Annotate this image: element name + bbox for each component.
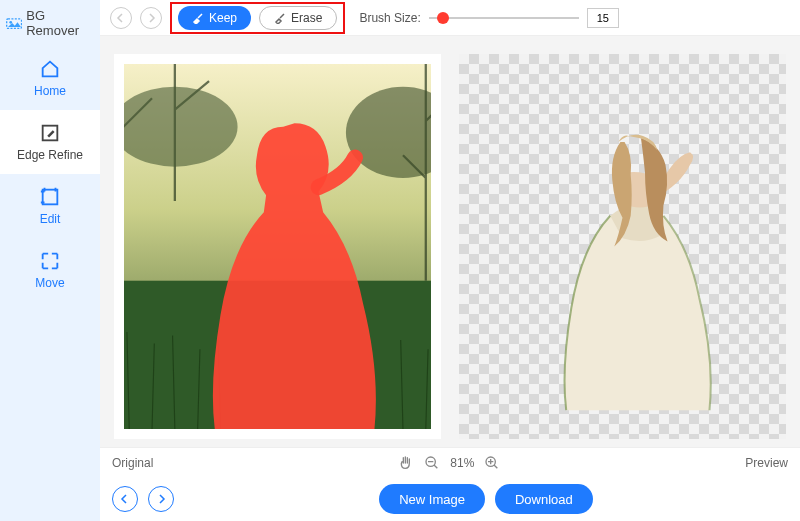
slider-track: [429, 17, 579, 19]
sidebar-label-edge-refine: Edge Refine: [17, 148, 83, 162]
keep-label: Keep: [209, 11, 237, 25]
original-label: Original: [112, 456, 153, 470]
original-image: [124, 64, 431, 429]
svg-point-1: [9, 21, 12, 24]
sidebar-label-move: Move: [35, 276, 64, 290]
keep-button[interactable]: Keep: [178, 6, 251, 30]
slider-thumb[interactable]: [437, 12, 449, 24]
edge-refine-icon: [39, 122, 61, 144]
sidebar-label-edit: Edit: [40, 212, 61, 226]
action-bar: New Image Download: [100, 477, 800, 521]
erase-button[interactable]: Erase: [259, 6, 337, 30]
brush-size-slider[interactable]: [429, 8, 579, 28]
keep-erase-highlight: Keep Erase: [170, 2, 345, 34]
original-panel[interactable]: [114, 54, 441, 439]
brand-text: BG Remover: [26, 8, 94, 38]
preview-image: [469, 64, 776, 429]
sidebar-label-home: Home: [34, 84, 66, 98]
preview-label: Preview: [745, 456, 788, 470]
sidebar-item-edit[interactable]: Edit: [0, 174, 100, 238]
zoom-out-icon[interactable]: [424, 455, 440, 471]
erase-brush-icon: [274, 12, 286, 24]
prev-button[interactable]: [112, 486, 138, 512]
erase-label: Erase: [291, 11, 322, 25]
download-button[interactable]: Download: [495, 484, 593, 514]
sidebar-item-move[interactable]: Move: [0, 238, 100, 302]
sidebar: BG Remover Home Edge Refine Edit Move: [0, 0, 100, 521]
undo-button[interactable]: [110, 7, 132, 29]
preview-panel[interactable]: [459, 54, 786, 439]
home-icon: [39, 58, 61, 80]
zoom-in-icon[interactable]: [484, 455, 500, 471]
brand-icon: [6, 16, 22, 30]
toolbar: Keep Erase Brush Size: 15: [100, 0, 800, 36]
move-icon: [39, 250, 61, 272]
main: Keep Erase Brush Size: 15: [100, 0, 800, 521]
brand: BG Remover: [0, 0, 100, 46]
new-image-button[interactable]: New Image: [379, 484, 485, 514]
edit-icon: [39, 186, 61, 208]
zoom-value: 81%: [450, 456, 474, 470]
redo-button[interactable]: [140, 7, 162, 29]
brush-size-value[interactable]: 15: [587, 8, 619, 28]
keep-brush-icon: [192, 12, 204, 24]
canvas-area: [100, 36, 800, 447]
pan-icon[interactable]: [398, 455, 414, 471]
status-bar: Original 81% Preview: [100, 447, 800, 477]
sidebar-item-home[interactable]: Home: [0, 46, 100, 110]
brush-size-label: Brush Size:: [359, 11, 420, 25]
svg-rect-3: [43, 190, 58, 205]
sidebar-item-edge-refine[interactable]: Edge Refine: [0, 110, 100, 174]
next-button[interactable]: [148, 486, 174, 512]
new-image-label: New Image: [399, 492, 465, 507]
download-label: Download: [515, 492, 573, 507]
